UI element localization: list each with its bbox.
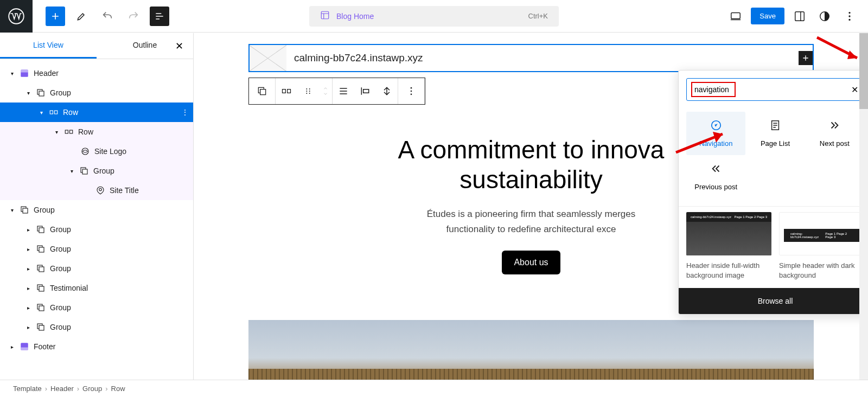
tree-item-testimonial[interactable]: ▸ Testimonial bbox=[0, 278, 193, 298]
svg-point-0 bbox=[9, 9, 24, 24]
previous-post-icon bbox=[710, 163, 722, 177]
scrollbar-thumb[interactable] bbox=[859, 33, 868, 109]
wordpress-logo[interactable] bbox=[0, 0, 33, 33]
clear-search-button[interactable]: ✕ bbox=[851, 85, 858, 95]
chevron-right-icon: ▸ bbox=[5, 344, 18, 350]
row-block-type-button[interactable] bbox=[276, 78, 297, 104]
top-toolbar: Blog Home Ctrl+K Save bbox=[0, 0, 868, 33]
template-selector[interactable]: Blog Home Ctrl+K bbox=[309, 6, 559, 27]
tree-item-row[interactable]: ▾ Row bbox=[0, 122, 193, 142]
svg-rect-31 bbox=[39, 306, 44, 311]
header-row-block[interactable]: calming-bb7c24.instawp.xyz bbox=[248, 44, 814, 72]
inserter-search-input[interactable] bbox=[692, 85, 851, 94]
tab-list-view[interactable]: List View bbox=[0, 33, 97, 59]
navigation-icon bbox=[710, 119, 722, 134]
page-list-icon bbox=[769, 119, 781, 134]
svg-point-7 bbox=[848, 18, 850, 20]
editor-canvas: calming-bb7c24.instawp.xyz A commitment … bbox=[194, 33, 868, 380]
template-name: Blog Home bbox=[336, 12, 374, 21]
svg-point-46 bbox=[411, 87, 412, 89]
tree-item-group[interactable]: ▾ Group bbox=[0, 83, 193, 103]
site-logo-placeholder[interactable] bbox=[250, 45, 286, 71]
block-breadcrumb: Template› Header› Group› Row bbox=[0, 380, 868, 397]
drag-handle[interactable] bbox=[297, 78, 319, 104]
chevron-right-icon: ▸ bbox=[22, 324, 35, 330]
more-options-button[interactable] bbox=[840, 7, 859, 26]
tree-item-site-title[interactable]: Site Title bbox=[0, 181, 193, 200]
scrollbar[interactable] bbox=[859, 33, 868, 380]
block-option-page-list[interactable]: Page List bbox=[745, 112, 805, 155]
svg-point-47 bbox=[411, 91, 412, 92]
hero-image[interactable] bbox=[248, 320, 814, 380]
append-block-button[interactable] bbox=[799, 51, 813, 65]
chevron-right-icon: ▸ bbox=[22, 305, 35, 311]
browse-all-button[interactable]: Browse all bbox=[679, 288, 868, 314]
undo-button[interactable] bbox=[98, 7, 117, 26]
styles-panel-button[interactable] bbox=[815, 7, 834, 26]
svg-point-5 bbox=[848, 11, 850, 13]
tree-item-group[interactable]: ▸ Group bbox=[0, 298, 193, 317]
pattern-simple-header-dark[interactable]: calming-bb7c24.instawp.xyzPage 1 Page 2 … bbox=[779, 212, 864, 280]
redo-button[interactable] bbox=[124, 7, 143, 26]
block-option-navigation[interactable]: Navigation bbox=[686, 112, 745, 155]
svg-rect-12 bbox=[50, 111, 53, 114]
svg-point-48 bbox=[411, 94, 412, 95]
chevron-down-icon: ▾ bbox=[5, 207, 18, 213]
breadcrumb-item[interactable]: Group bbox=[82, 385, 102, 393]
site-logo-icon bbox=[79, 146, 91, 156]
svg-rect-33 bbox=[39, 325, 44, 330]
about-us-button[interactable]: About us bbox=[502, 251, 560, 274]
svg-rect-39 bbox=[288, 89, 291, 93]
svg-rect-37 bbox=[260, 89, 266, 95]
breadcrumb-item[interactable]: Template bbox=[13, 385, 42, 393]
edit-tool-button[interactable] bbox=[72, 7, 91, 26]
align-button[interactable] bbox=[354, 78, 376, 104]
tree-item-group[interactable]: ▾ Group bbox=[0, 200, 193, 220]
tree-item-footer[interactable]: ▸ Footer bbox=[0, 337, 193, 356]
document-overview-button[interactable] bbox=[150, 7, 169, 26]
tree-item-group[interactable]: ▸ Group bbox=[0, 220, 193, 239]
pattern-header-fullwidth[interactable]: calming-bb7c24.instawp.xyzPage 1 Page 2 … bbox=[686, 212, 771, 280]
breadcrumb-item[interactable]: Header bbox=[50, 385, 74, 393]
tree-item-group[interactable]: ▾ Group bbox=[0, 161, 193, 181]
chevron-right-icon: ▸ bbox=[22, 227, 35, 233]
block-option-next-post[interactable]: Next post bbox=[805, 112, 864, 155]
tree-item-group[interactable]: ▸ Group bbox=[0, 239, 193, 259]
tree-item-row-selected[interactable]: ▾ Row ⋮ bbox=[0, 103, 193, 122]
tree-item-group[interactable]: ▸ Group bbox=[0, 317, 193, 337]
add-block-button[interactable] bbox=[46, 7, 65, 26]
keyboard-shortcut: Ctrl+K bbox=[528, 12, 548, 20]
svg-rect-14 bbox=[65, 130, 68, 133]
svg-point-43 bbox=[309, 91, 310, 92]
vertical-align-button[interactable] bbox=[376, 78, 398, 104]
tree-item-header[interactable]: ▾ Header bbox=[0, 63, 193, 83]
svg-point-41 bbox=[309, 88, 310, 89]
save-button[interactable]: Save bbox=[751, 8, 784, 24]
svg-rect-27 bbox=[39, 267, 44, 272]
site-title-icon bbox=[94, 185, 106, 195]
svg-rect-38 bbox=[283, 89, 286, 93]
block-option-previous-post[interactable]: Previous post bbox=[686, 155, 745, 198]
justify-button[interactable] bbox=[333, 78, 354, 104]
tree-item-menu-button[interactable]: ⋮ bbox=[181, 108, 189, 117]
row-block-icon bbox=[48, 107, 60, 117]
svg-point-6 bbox=[848, 15, 850, 17]
tree-item-site-logo[interactable]: Site Logo bbox=[0, 142, 193, 161]
list-view-panel: List View Outline ✕ ▾ Header ▾ Group ▾ R… bbox=[0, 33, 194, 380]
tree-item-group[interactable]: ▸ Group bbox=[0, 259, 193, 278]
group-block-icon bbox=[35, 225, 47, 234]
chevron-right-icon: ▸ bbox=[22, 285, 35, 291]
settings-panel-button[interactable] bbox=[790, 7, 809, 26]
move-up-down-button[interactable] bbox=[319, 78, 332, 104]
svg-rect-35 bbox=[21, 348, 28, 350]
select-parent-button[interactable] bbox=[249, 78, 275, 104]
view-desktop-button[interactable] bbox=[726, 7, 745, 26]
block-options-button[interactable] bbox=[398, 78, 424, 104]
svg-point-44 bbox=[306, 93, 307, 94]
group-block-icon bbox=[35, 264, 47, 273]
inserter-search-box: ✕ bbox=[686, 78, 864, 101]
breadcrumb-item[interactable]: Row bbox=[111, 385, 125, 393]
svg-point-40 bbox=[306, 88, 307, 89]
site-title[interactable]: calming-bb7c24.instawp.xyz bbox=[294, 52, 423, 64]
close-panel-button[interactable]: ✕ bbox=[171, 39, 187, 54]
